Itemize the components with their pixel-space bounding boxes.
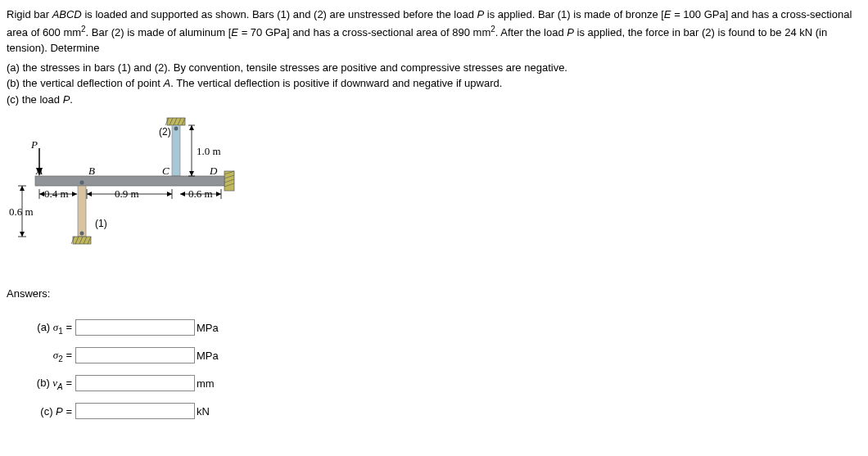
label-d-point: D: [209, 165, 218, 177]
svg-marker-37: [180, 192, 185, 196]
svg-marker-42: [189, 125, 194, 130]
svg-marker-33: [87, 192, 92, 196]
label-sigma2: σ2 =: [7, 349, 75, 363]
answer-row-sigma1: (a) σ1 = MPa: [7, 319, 861, 336]
problem-statement: Rigid bar ABCD is loaded and supported a…: [7, 7, 861, 56]
answer-row-va: (b) vA = mm: [7, 375, 861, 391]
unit-sigma2: MPa: [195, 350, 219, 362]
dim-09m: 0.9 m: [115, 187, 139, 200]
label-va: (b) vA =: [7, 377, 75, 391]
label-a-point: A: [35, 165, 43, 177]
dim-04m: 0.4 m: [44, 187, 69, 200]
answers-heading: Answers:: [7, 287, 861, 300]
svg-rect-15: [35, 176, 224, 186]
svg-marker-38: [216, 192, 221, 196]
diagram: P A B C D (1) (2) 0.4 m 0.9 m 0.6 m 1.0 …: [7, 115, 244, 263]
label-p: P: [30, 138, 38, 151]
svg-marker-34: [167, 192, 172, 196]
svg-marker-30: [72, 192, 77, 196]
question-b: (b) the vertical deflection of point A. …: [7, 75, 861, 92]
svg-rect-16: [78, 186, 86, 237]
question-a: (a) the stresses in bars (1) and (2). By…: [7, 60, 861, 76]
input-va[interactable]: [75, 375, 195, 391]
question-c: (c) the load P.: [7, 92, 861, 108]
svg-point-17: [80, 181, 84, 184]
label-c-point: C: [162, 165, 170, 177]
svg-marker-48: [20, 232, 25, 237]
unit-va: mm: [195, 377, 215, 390]
svg-marker-47: [20, 186, 25, 191]
label-bar2: (2): [159, 126, 171, 138]
input-p[interactable]: [75, 403, 195, 419]
answer-row-sigma2: σ2 = MPa: [7, 347, 861, 363]
unit-p: kN: [195, 405, 210, 418]
svg-point-18: [80, 232, 84, 235]
dim-10m: 1.0 m: [197, 145, 221, 157]
label-b-point: B: [88, 165, 95, 177]
input-sigma2[interactable]: [75, 347, 195, 363]
label-p-answer: (c) P =: [7, 405, 75, 418]
svg-point-7: [174, 127, 178, 130]
label-sigma1: (a) σ1 =: [7, 321, 75, 336]
answer-row-p: (c) P = kN: [7, 403, 861, 419]
label-bar1: (1): [95, 218, 107, 229]
unit-sigma1: MPa: [195, 322, 219, 334]
input-sigma1[interactable]: [75, 319, 195, 336]
svg-marker-43: [189, 171, 194, 176]
sub-questions: (a) the stresses in bars (1) and (2). By…: [7, 60, 861, 108]
answers-section: Answers: (a) σ1 = MPa σ2 = MPa (b) vA = …: [7, 287, 861, 419]
dim-06m-left: 0.6 m: [9, 205, 34, 218]
svg-rect-6: [172, 125, 180, 176]
dim-06m: 0.6 m: [188, 187, 213, 200]
